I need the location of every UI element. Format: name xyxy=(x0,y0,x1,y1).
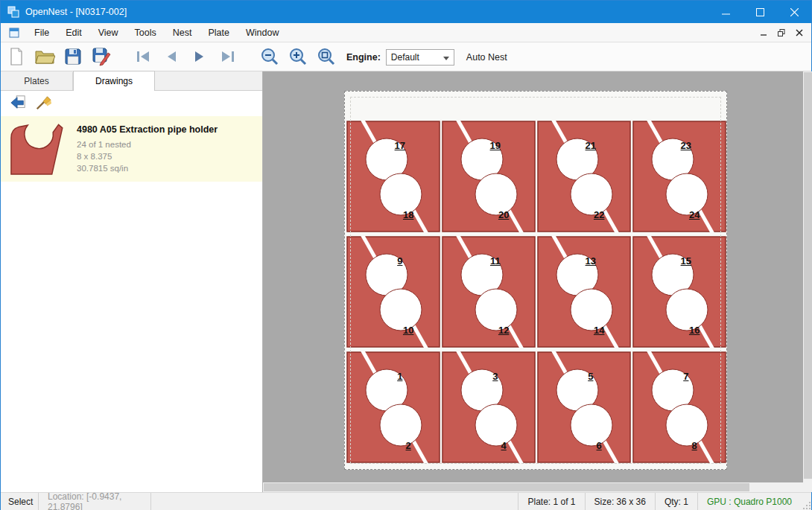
menu-item-edit[interactable]: Edit xyxy=(57,23,90,42)
nested-part-pair[interactable]: 56 xyxy=(537,351,631,463)
part-number[interactable]: 18 xyxy=(403,209,413,220)
vertical-scrollbar-thumb[interactable] xyxy=(804,72,812,479)
close-button[interactable] xyxy=(777,1,811,23)
menu-item-window[interactable]: Window xyxy=(238,23,287,42)
nest-plate[interactable]: 171819202122232491011121314151612345678 xyxy=(344,91,727,470)
mdi-restore-button[interactable] xyxy=(773,25,790,40)
part-number[interactable]: 24 xyxy=(689,209,700,220)
auto-nest-toggle[interactable]: Auto Nest xyxy=(466,52,507,63)
horizontal-scrollbar-thumb[interactable] xyxy=(264,483,749,491)
zoom-in-icon xyxy=(288,47,308,66)
new-file-icon xyxy=(7,47,25,66)
part-number[interactable]: 12 xyxy=(498,325,509,336)
sidebar: Plates Drawings 4 xyxy=(1,71,263,492)
vertical-scrollbar[interactable] xyxy=(803,71,812,482)
maximize-button[interactable] xyxy=(743,1,777,23)
menu-item-nest[interactable]: Nest xyxy=(165,23,200,42)
part-number[interactable]: 11 xyxy=(490,255,501,267)
nav-last-icon xyxy=(219,48,237,66)
open-folder-icon xyxy=(34,48,55,66)
part-number[interactable]: 15 xyxy=(681,255,691,267)
part-number[interactable]: 5 xyxy=(588,371,593,382)
nested-part-pair[interactable]: 910 xyxy=(346,236,440,348)
part-pair-shape xyxy=(346,236,440,348)
part-number[interactable]: 7 xyxy=(683,371,688,382)
zoom-in-button[interactable] xyxy=(285,45,311,68)
status-plate: Plate: 1 of 1 xyxy=(518,493,584,510)
zoom-out-button[interactable] xyxy=(257,45,282,68)
part-number[interactable]: 1 xyxy=(397,371,402,382)
part-number[interactable]: 22 xyxy=(594,209,604,220)
nav-first-icon xyxy=(134,48,152,66)
nested-part-pair[interactable]: 78 xyxy=(632,351,726,463)
nested-part-pair[interactable]: 34 xyxy=(442,351,536,463)
part-number[interactable]: 8 xyxy=(692,440,697,451)
status-qty: Qty: 1 xyxy=(656,493,697,510)
part-number[interactable]: 4 xyxy=(501,440,507,451)
nested-part-pair[interactable]: 2122 xyxy=(537,121,631,232)
nav-next-button[interactable] xyxy=(187,45,212,68)
mdi-restore-icon xyxy=(778,29,785,36)
mdi-minimize-button[interactable] xyxy=(755,25,773,40)
engine-select[interactable]: Default xyxy=(386,49,454,66)
part-number[interactable]: 13 xyxy=(586,255,596,267)
tab-plates[interactable]: Plates xyxy=(1,72,73,90)
part-number[interactable]: 20 xyxy=(498,209,509,220)
menu-item-plate[interactable]: Plate xyxy=(200,23,238,42)
part-number[interactable]: 14 xyxy=(594,325,604,336)
save-edit-button[interactable] xyxy=(89,45,114,68)
nest-canvas[interactable]: 171819202122232491011121314151612345678 xyxy=(263,71,803,482)
status-size: Size: 36 x 36 xyxy=(586,493,655,510)
save-button[interactable] xyxy=(60,45,86,68)
status-separator xyxy=(150,493,151,510)
status-mode: Select xyxy=(1,493,38,510)
broom-icon xyxy=(35,95,51,111)
nested-part-pair[interactable]: 2324 xyxy=(632,121,726,232)
part-number[interactable]: 16 xyxy=(689,325,700,336)
part-number[interactable]: 23 xyxy=(681,140,691,151)
menu-item-file[interactable]: File xyxy=(26,23,57,42)
minimize-icon xyxy=(722,8,730,16)
clear-drawings-button[interactable] xyxy=(31,92,56,113)
mdi-close-button[interactable] xyxy=(790,25,808,40)
import-arrow-icon xyxy=(10,95,26,111)
part-number[interactable]: 2 xyxy=(406,440,411,451)
nav-previous-button[interactable] xyxy=(159,45,184,68)
tab-drawings[interactable]: Drawings xyxy=(73,71,155,91)
mdi-minimize-icon xyxy=(760,29,767,36)
drawing-list-item[interactable]: 4980 A05 Extraction pipe holder 24 of 1 … xyxy=(1,116,262,182)
menu-item-tools[interactable]: Tools xyxy=(127,23,165,42)
zoom-fit-button[interactable] xyxy=(314,45,339,68)
minimize-button[interactable] xyxy=(708,1,743,23)
part-number[interactable]: 17 xyxy=(395,140,405,151)
import-drawing-button[interactable] xyxy=(5,92,31,113)
part-pair-shape xyxy=(537,121,631,232)
drawing-info: 4980 A05 Extraction pipe holder 24 of 1 … xyxy=(77,124,218,174)
part-number[interactable]: 3 xyxy=(492,371,498,382)
part-number[interactable]: 10 xyxy=(403,325,413,336)
part-number[interactable]: 6 xyxy=(597,440,602,451)
nav-first-button[interactable] xyxy=(130,45,156,68)
drawing-size: 8 x 8.375 xyxy=(77,150,218,162)
part-number[interactable]: 19 xyxy=(490,140,501,151)
status-gpu: GPU : Quadro P1000 xyxy=(698,493,801,510)
nav-previous-icon xyxy=(162,48,180,66)
nested-part-pair[interactable]: 1516 xyxy=(632,236,726,348)
nested-part-pair[interactable]: 12 xyxy=(346,351,440,463)
open-button[interactable] xyxy=(32,45,57,68)
part-number[interactable]: 21 xyxy=(586,140,596,151)
nested-part-pair[interactable]: 1314 xyxy=(537,236,631,348)
part-number[interactable]: 9 xyxy=(397,255,402,267)
nested-part-pair[interactable]: 1112 xyxy=(442,236,536,348)
nested-part-pair[interactable]: 1718 xyxy=(346,121,440,232)
menu-item-view[interactable]: View xyxy=(90,23,127,42)
part-pair-shape xyxy=(632,351,726,463)
new-button[interactable] xyxy=(4,45,29,68)
scrollbar-corner xyxy=(803,482,812,492)
horizontal-scrollbar[interactable] xyxy=(263,482,803,492)
nested-part-pair[interactable]: 1920 xyxy=(442,121,536,232)
engine-value: Default xyxy=(391,52,419,63)
nav-last-button[interactable] xyxy=(215,45,241,68)
part-pair-shape xyxy=(442,236,536,348)
resize-grip[interactable] xyxy=(801,493,811,510)
